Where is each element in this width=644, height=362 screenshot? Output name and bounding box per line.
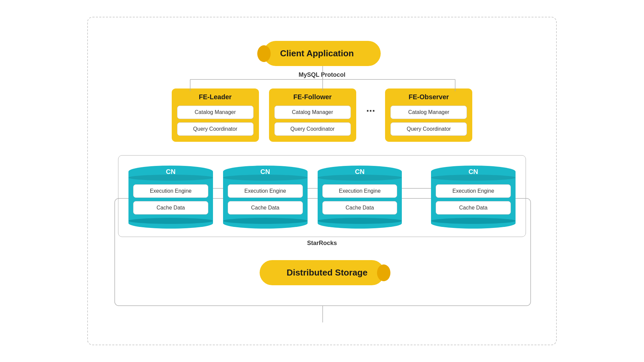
cn-4-top: CN bbox=[431, 166, 516, 178]
fe-leader-node: FE-Leader Catalog Manager Query Coordina… bbox=[172, 88, 259, 142]
cn-3-execution-engine: Execution Engine bbox=[322, 184, 397, 198]
fe-observer-title: FE-Observer bbox=[390, 93, 467, 101]
client-application-label: Client Application bbox=[280, 48, 354, 59]
cn-dots: ... bbox=[412, 166, 421, 178]
fe-observer-query-coordinator: Query Coordinator bbox=[390, 122, 467, 136]
fe-dots: ... bbox=[366, 88, 375, 114]
cn-2-title: CN bbox=[260, 168, 270, 176]
cn-nodes-row: CN Execution Engine Cache Data CN Execut… bbox=[118, 155, 526, 237]
client-pill-icon-left bbox=[257, 45, 271, 62]
client-application-node: Client Application bbox=[263, 41, 381, 66]
cn-1-top: CN bbox=[128, 166, 213, 178]
cn-3-body: Execution Engine Cache Data bbox=[318, 178, 402, 219]
fe-follower-catalog: Catalog Manager bbox=[274, 106, 351, 119]
cn-3-cache-data: Cache Data bbox=[322, 201, 397, 215]
cn-2-body: Execution Engine Cache Data bbox=[223, 178, 308, 219]
fe-leader-title: FE-Leader bbox=[177, 93, 254, 101]
client-app-row: Client Application bbox=[263, 41, 381, 66]
cn-4-body: Execution Engine Cache Data bbox=[431, 178, 516, 219]
cn-2-cache-data: Cache Data bbox=[228, 201, 303, 215]
fe-follower-node: FE-Follower Catalog Manager Query Coordi… bbox=[269, 88, 356, 142]
cn-1-cache-data: Cache Data bbox=[133, 201, 208, 215]
fe-observer-node: FE-Observer Catalog Manager Query Coordi… bbox=[385, 88, 472, 142]
cn-4-title: CN bbox=[469, 168, 478, 176]
cn-4-cache-data: Cache Data bbox=[436, 201, 511, 215]
diagram-container: Client Application MySQL Protocol FE-Lea… bbox=[87, 17, 557, 345]
fe-leader-query-coordinator: Query Coordinator bbox=[177, 122, 254, 136]
cn-1-title: CN bbox=[166, 168, 175, 176]
cn-node-3: CN Execution Engine Cache Data bbox=[318, 166, 402, 229]
fe-leader-catalog: Catalog Manager bbox=[177, 106, 254, 119]
cn-3-top: CN bbox=[318, 166, 402, 178]
cn-2-bottom bbox=[223, 219, 308, 229]
cn-node-4: CN Execution Engine Cache Data bbox=[431, 166, 516, 229]
distributed-storage-node: Distributed Storage bbox=[260, 260, 384, 285]
cn-1-body: Execution Engine Cache Data bbox=[128, 178, 213, 219]
cn-2-top: CN bbox=[223, 166, 308, 178]
cn-4-execution-engine: Execution Engine bbox=[436, 184, 511, 198]
fe-follower-query-coordinator: Query Coordinator bbox=[274, 122, 351, 136]
fe-nodes-row: FE-Leader Catalog Manager Query Coordina… bbox=[108, 88, 536, 142]
cn-node-2: CN Execution Engine Cache Data bbox=[223, 166, 308, 229]
cn-3-title: CN bbox=[355, 168, 365, 176]
cn-2-execution-engine: Execution Engine bbox=[228, 184, 303, 198]
fe-follower-title: FE-Follower bbox=[274, 93, 351, 101]
cn-1-bottom bbox=[128, 219, 213, 229]
cn-4-bottom bbox=[431, 219, 516, 229]
distributed-pill-icon-right bbox=[377, 264, 390, 281]
cn-3-bottom bbox=[318, 219, 402, 229]
starrocks-label: StarRocks bbox=[307, 240, 337, 247]
cn-1-execution-engine: Execution Engine bbox=[133, 184, 208, 198]
cn-node-1: CN Execution Engine Cache Data bbox=[128, 166, 213, 229]
fe-observer-catalog: Catalog Manager bbox=[390, 106, 467, 119]
distributed-storage-row: Distributed Storage bbox=[260, 260, 384, 285]
distributed-storage-label: Distributed Storage bbox=[286, 267, 367, 278]
mysql-protocol-label: MySQL Protocol bbox=[299, 71, 345, 78]
main-layout: Client Application MySQL Protocol FE-Lea… bbox=[108, 31, 536, 331]
